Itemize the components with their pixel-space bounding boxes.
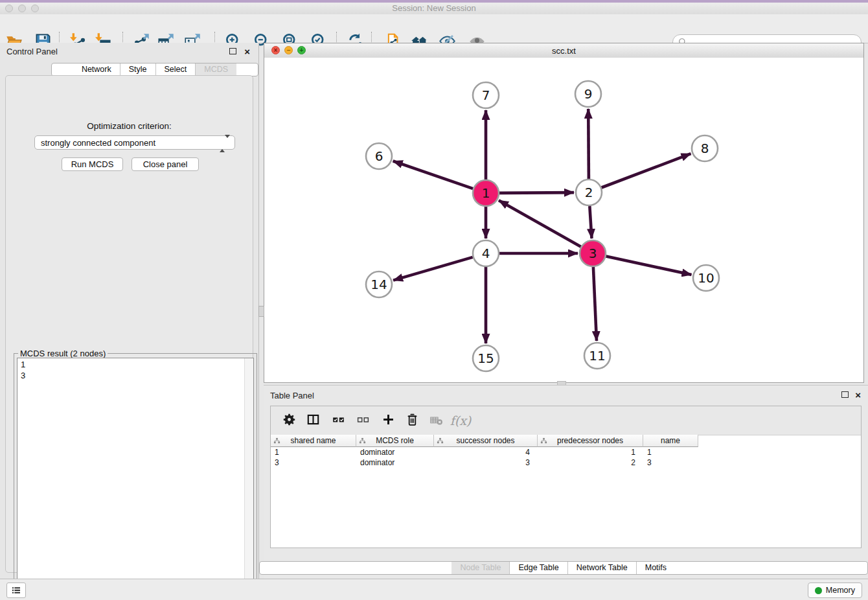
graph-node-6[interactable]: 6 [366, 143, 392, 169]
graph-node-14[interactable]: 14 [366, 271, 392, 297]
network-view-window: scc.txt 7968124314101511 [264, 43, 864, 383]
graph-edge-3-11[interactable] [593, 267, 597, 341]
window-title: Session: New Session [0, 3, 868, 13]
graph-node-8[interactable]: 8 [692, 135, 718, 161]
run-mcds-button[interactable]: Run MCDS [62, 157, 123, 171]
column-hierarchy-icon [359, 437, 366, 444]
function-builder-button: f(x) [450, 410, 472, 432]
table-cell[interactable]: 3 [643, 457, 698, 468]
table-panel-close-icon[interactable] [855, 391, 861, 399]
column-header-name[interactable]: name [643, 435, 698, 447]
close-panel-button[interactable]: Close panel [131, 157, 199, 171]
control-panel-tabs: NetworkStyleSelectMCDS [51, 63, 258, 76]
graph-node-10[interactable]: 10 [693, 265, 719, 291]
column-header-successor-nodes[interactable]: successor nodes [434, 435, 538, 447]
select-stepper-icon [220, 138, 230, 150]
delete-table-icon [429, 413, 443, 429]
column-hierarchy-icon [273, 437, 280, 444]
table-tab-node-table[interactable]: Node Table [451, 562, 510, 574]
table-cell[interactable]: 1 [538, 447, 643, 457]
table-cell[interactable]: 4 [434, 447, 538, 457]
vertical-splitter-handle[interactable] [258, 306, 264, 317]
column-header-MCDS-role[interactable]: MCDS role [356, 435, 434, 447]
split-view-button[interactable] [302, 410, 324, 432]
table-cell[interactable]: dominator [356, 447, 434, 457]
select-all-columns-button[interactable] [327, 410, 349, 432]
table-header-row: shared nameMCDS rolesuccessor nodesprede… [271, 435, 698, 447]
add-column-icon [382, 413, 395, 429]
network-graph: 7968124314101511 [264, 58, 863, 382]
control-tab-select[interactable]: Select [156, 63, 196, 76]
column-header-label: successor nodes [456, 436, 514, 445]
svg-text:8: 8 [701, 141, 709, 156]
table-panel: Table Panel f(x) shared nameMCDS rolesuc… [264, 385, 868, 579]
column-header-predecessor-nodes[interactable]: predecessor nodes [538, 435, 643, 447]
control-tab-network[interactable]: Network [73, 63, 120, 76]
control-tab-style[interactable]: Style [120, 63, 156, 76]
table-tab-edge-table[interactable]: Edge Table [510, 562, 567, 574]
graph-edge-1-6[interactable] [393, 161, 474, 189]
task-history-button[interactable] [6, 583, 26, 598]
delete-table-button [425, 410, 447, 432]
graph-edge-2-8[interactable] [602, 154, 691, 187]
main-toolbar [0, 14, 868, 43]
table-cell[interactable]: 1 [271, 447, 356, 457]
memory-button[interactable]: Memory [808, 583, 862, 598]
table-cell[interactable]: dominator [356, 457, 434, 468]
delete-column-icon [405, 413, 419, 429]
svg-text:10: 10 [698, 270, 714, 286]
optimization-criterion-select[interactable]: strongly connected component [34, 135, 235, 150]
add-column-button[interactable] [377, 410, 399, 432]
deselect-all-columns-button[interactable] [352, 410, 374, 432]
mcds-result-title: MCDS result (2 nodes) [18, 349, 108, 358]
graph-edge-1-2[interactable] [499, 192, 574, 193]
table-tab-motifs[interactable]: Motifs [637, 562, 675, 574]
memory-status-dot [815, 587, 822, 594]
graph-node-2[interactable]: 2 [576, 179, 602, 205]
table-tab-network-table[interactable]: Network Table [568, 562, 637, 574]
mcds-result-list[interactable]: 13 [17, 358, 254, 599]
graph-edge-2-9[interactable] [588, 109, 589, 179]
table-cell[interactable]: 1 [643, 447, 698, 457]
select-all-columns-icon [332, 413, 345, 429]
table-cell[interactable]: 2 [538, 457, 643, 468]
control-panel-title: Control Panel [6, 47, 58, 56]
graph-node-3[interactable]: 3 [580, 240, 606, 266]
column-hierarchy-icon [540, 437, 547, 444]
network-canvas[interactable]: 7968124314101511 [264, 58, 863, 382]
list-icon [11, 585, 21, 595]
graph-node-4[interactable]: 4 [473, 240, 499, 266]
mcds-result-node: 1 [21, 359, 250, 370]
deselect-all-columns-icon [356, 413, 370, 429]
control-panel-close-icon[interactable] [244, 48, 250, 56]
table-cell[interactable]: 3 [434, 457, 538, 468]
column-hierarchy-icon [437, 437, 444, 444]
graph-edge-4-14[interactable] [393, 257, 473, 281]
svg-text:7: 7 [482, 87, 490, 103]
svg-text:1: 1 [482, 185, 490, 201]
table-row: 1dominator411 [271, 447, 698, 457]
control-tab-mcds[interactable]: MCDS [196, 63, 236, 76]
status-bar: Memory [0, 579, 868, 600]
delete-column-button[interactable] [401, 410, 423, 432]
svg-text:6: 6 [375, 148, 383, 164]
table-panel-float-icon[interactable] [841, 391, 849, 398]
mcds-result-groupbox: MCDS result (2 nodes) 13 [14, 353, 257, 600]
graph-node-11[interactable]: 11 [584, 343, 610, 369]
graph-edge-2-3[interactable] [589, 206, 591, 238]
graph-edge-3-10[interactable] [606, 257, 692, 275]
svg-text:2: 2 [585, 185, 593, 200]
control-panel-float-icon[interactable] [229, 48, 236, 54]
graph-node-9[interactable]: 9 [575, 81, 601, 107]
split-view-icon [306, 413, 320, 429]
column-header-shared-name[interactable]: shared name [271, 435, 356, 447]
window-accent-strip [0, 0, 868, 3]
mcds-tab-content: Optimization criterion: strongly connect… [5, 75, 253, 573]
result-scrollbar[interactable] [244, 358, 253, 598]
gear-button[interactable] [278, 410, 300, 432]
graph-node-1[interactable]: 1 [473, 180, 499, 206]
graph-edge-3-1[interactable] [499, 200, 581, 246]
table-cell[interactable]: 3 [271, 457, 356, 468]
graph-node-7[interactable]: 7 [473, 82, 499, 108]
graph-node-15[interactable]: 15 [473, 345, 499, 371]
